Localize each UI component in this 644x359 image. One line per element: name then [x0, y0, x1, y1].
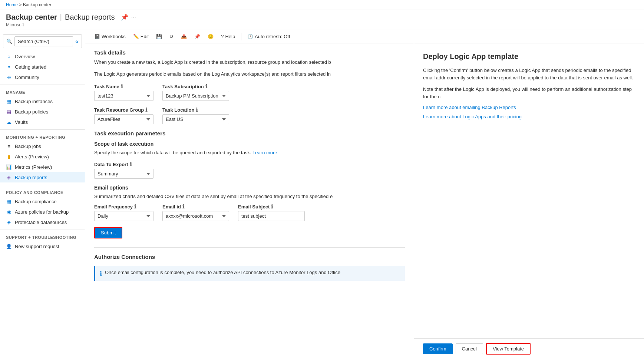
learn-more-logic-apps-link[interactable]: Learn more about Logic Apps and their pr… [423, 114, 635, 119]
sidebar-item-vaults[interactable]: ☁ Vaults [0, 117, 85, 127]
task-location-label: Task Location ℹ [162, 107, 229, 113]
sidebar-item-getting-started[interactable]: ✦ Getting started [0, 62, 85, 72]
task-name-info-icon[interactable]: ℹ [121, 83, 123, 89]
email-subject-input[interactable] [238, 211, 305, 221]
submit-button[interactable]: Submit [94, 227, 122, 238]
form-row-email: Email Frequency ℹ Daily Email id ℹ [94, 204, 405, 221]
workbooks-button[interactable]: 📓 Workbooks [91, 32, 129, 41]
azure-policies-icon: ◉ [6, 209, 12, 215]
page-separator: | [60, 13, 62, 22]
email-options-title: Email options [94, 185, 405, 191]
backup-policies-icon: ▤ [6, 109, 12, 115]
page-org: Microsoft [6, 22, 638, 27]
sidebar-section-policy: Policy and compliance [0, 187, 85, 196]
task-subscription-label: Task Subscription ℹ [162, 83, 229, 89]
search-input[interactable] [14, 36, 73, 46]
task-details-desc2: The Logic App generates periodic emails … [94, 70, 405, 78]
task-details-desc1: When you create a new task, a Logic App … [94, 59, 405, 66]
right-panel-body: Deploy Logic App template Clicking the '… [414, 43, 644, 338]
protectable-datasources-icon: ◈ [6, 219, 12, 225]
sidebar-item-community-label: Community [15, 75, 39, 80]
search-box[interactable]: 🔍 « [3, 34, 82, 48]
execution-title: Task execution parameters [94, 130, 405, 136]
submit-row: Submit [94, 227, 405, 238]
task-subscription-select[interactable]: Backup PM Subscription [162, 91, 229, 101]
refresh-button[interactable]: ↺ [166, 32, 176, 41]
task-name-select[interactable]: test123 [94, 91, 153, 101]
new-support-icon: 👤 [6, 243, 12, 249]
email-frequency-info-icon[interactable]: ℹ [134, 204, 136, 210]
sidebar-divider-3 [0, 185, 85, 185]
help-icon: ? [221, 34, 224, 39]
sidebar-item-backup-policies[interactable]: ▤ Backup policies [0, 106, 85, 117]
sidebar-item-community[interactable]: ⊕ Community [0, 72, 85, 82]
task-resource-group-select[interactable]: AzureFiles [94, 114, 153, 124]
breadcrumb-home[interactable]: Home [6, 2, 18, 7]
feedback-button[interactable]: 🙂 [205, 32, 217, 41]
email-subject-label: Email Subject ℹ [238, 204, 305, 210]
email-id-label: Email id ℹ [162, 204, 229, 210]
sidebar-item-backup-reports[interactable]: ◈ Backup reports [0, 172, 85, 182]
email-frequency-select[interactable]: Daily [94, 211, 153, 221]
learn-more-emailing-link[interactable]: Learn more about emailing Backup Reports [423, 105, 635, 110]
sidebar-item-metrics[interactable]: 📊 Metrics (Preview) [0, 162, 85, 172]
help-button[interactable]: ? Help [218, 32, 238, 41]
auto-refresh-button[interactable]: 🕐 Auto refresh: Off [244, 32, 293, 41]
sidebar-item-metrics-label: Metrics (Preview) [15, 164, 52, 170]
scope-title: Scope of task execution [94, 141, 405, 147]
task-location-select[interactable]: East US [162, 114, 229, 124]
task-resource-group-info-icon[interactable]: ℹ [145, 107, 147, 113]
email-subject-field: Email Subject ℹ [238, 204, 305, 221]
collapse-icon[interactable]: « [75, 38, 79, 45]
breadcrumb: Home > Backup center [0, 0, 644, 10]
sidebar-item-backup-compliance[interactable]: ▦ Backup compliance [0, 196, 85, 207]
sidebar-item-new-support[interactable]: 👤 New support request [0, 241, 85, 251]
task-name-label: Task Name ℹ [94, 83, 153, 89]
right-panel-title: Deploy Logic App template [423, 52, 635, 61]
right-panel: Deploy Logic App template Clicking the '… [414, 43, 644, 359]
scope-learn-more-link[interactable]: Learn more [252, 150, 277, 155]
more-options-icon[interactable]: ··· [131, 14, 136, 21]
data-to-export-info-icon[interactable]: ℹ [130, 161, 132, 167]
edit-button[interactable]: ✏️ Edit [130, 32, 152, 41]
pin-header-icon[interactable]: 📌 [121, 14, 128, 21]
sidebar-item-backup-instances[interactable]: ▦ Backup instances [0, 96, 85, 106]
task-subscription-field: Task Subscription ℹ Backup PM Subscripti… [162, 83, 229, 101]
task-location-info-icon[interactable]: ℹ [196, 107, 198, 113]
right-panel-desc2: Note that after the Logic App is deploye… [423, 86, 635, 100]
form-row-resource-group-location: Task Resource Group ℹ AzureFiles Task Lo… [94, 107, 405, 124]
pin-icon: 📌 [194, 34, 200, 39]
sidebar-item-overview[interactable]: ○ Overview [0, 51, 85, 62]
sidebar-item-overview-label: Overview [15, 54, 35, 59]
sidebar-item-backup-jobs[interactable]: ≡ Backup jobs [0, 141, 85, 151]
data-to-export-select[interactable]: Summary [94, 169, 153, 179]
sidebar-item-backup-compliance-label: Backup compliance [15, 199, 57, 204]
email-subject-info-icon[interactable]: ℹ [271, 204, 273, 210]
email-id-info-icon[interactable]: ℹ [182, 204, 184, 210]
task-location-field: Task Location ℹ East US [162, 107, 229, 124]
sidebar-divider-4 [0, 230, 85, 230]
task-details-title: Task details [94, 49, 405, 56]
save-button[interactable]: 💾 [153, 32, 165, 41]
save-icon: 💾 [156, 34, 162, 39]
email-id-select[interactable]: axxxx@microsoft.com [162, 211, 229, 221]
authorize-title: Authorize Connections [94, 254, 405, 260]
task-resource-group-field: Task Resource Group ℹ AzureFiles [94, 107, 153, 124]
sidebar-section-monitoring: Monitoring + reporting [0, 132, 85, 141]
community-icon: ⊕ [6, 74, 12, 80]
sidebar-item-alerts[interactable]: ▮ Alerts (Preview) [0, 151, 85, 162]
confirm-button[interactable]: Confirm [423, 343, 453, 354]
toolbar-divider [241, 33, 241, 40]
cancel-button[interactable]: Cancel [456, 343, 483, 354]
send-button[interactable]: 📤 [178, 32, 190, 41]
data-to-export-field: Data To Export ℹ Summary [94, 161, 153, 179]
task-subscription-info-icon[interactable]: ℹ [205, 83, 207, 89]
form-row-data-export: Data To Export ℹ Summary [94, 161, 405, 179]
sidebar-section-manage: Manage [0, 87, 85, 96]
scope-desc: Specify the scope for which data will be… [94, 150, 405, 155]
view-template-button[interactable]: View Template [486, 343, 531, 355]
sidebar-item-alerts-label: Alerts (Preview) [15, 154, 49, 159]
pin-button[interactable]: 📌 [191, 32, 203, 41]
sidebar-item-azure-policies[interactable]: ◉ Azure policies for backup [0, 207, 85, 217]
sidebar-item-protectable-datasources[interactable]: ◈ Protectable datasources [0, 217, 85, 227]
